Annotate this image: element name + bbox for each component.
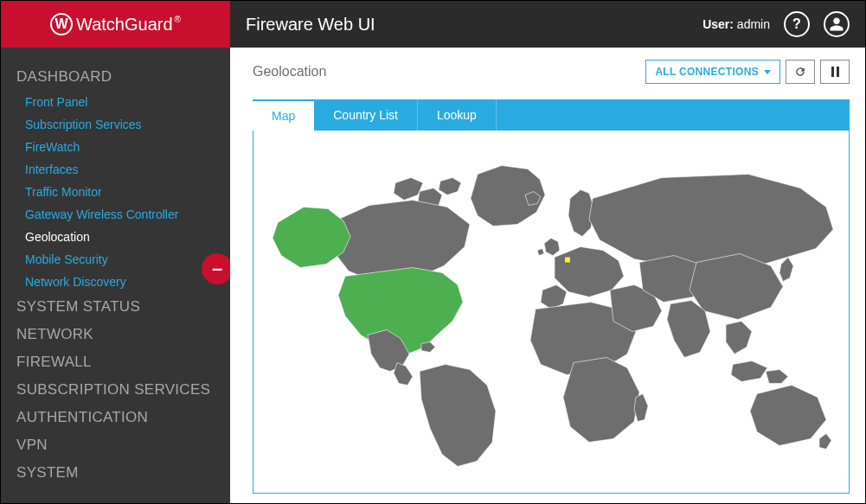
sidebar-item-front-panel[interactable]: Front Panel	[1, 91, 230, 113]
nav-section-system[interactable]: SYSTEM	[1, 459, 230, 487]
nav-section-authentication[interactable]: AUTHENTICATION	[1, 404, 230, 431]
main-content: Geolocation ALL CONNECTIONS Map Country …	[230, 48, 865, 503]
tabs: Map Country List Lookup	[253, 99, 850, 131]
tab-map[interactable]: Map	[253, 99, 314, 131]
sidebar-collapse-toggle[interactable]: –	[202, 253, 230, 284]
brand-logo: WWatchGuard®	[1, 1, 230, 48]
tab-lookup[interactable]: Lookup	[418, 99, 497, 131]
brand-w-icon: W	[50, 13, 73, 35]
nav-section-firewall[interactable]: FIREWALL	[1, 348, 230, 376]
brand-reg: ®	[175, 15, 181, 24]
sidebar-item-network-discovery[interactable]: Network Discovery	[1, 271, 230, 293]
topbar: Fireware Web UI User: admin ?	[230, 1, 865, 48]
nav-section-vpn[interactable]: VPN	[1, 431, 230, 459]
user-icon	[829, 16, 844, 32]
chevron-down-icon	[764, 70, 771, 74]
sidebar-item-geolocation[interactable]: Geolocation	[1, 226, 230, 248]
tab-country-list[interactable]: Country List	[314, 99, 418, 131]
nav-section-dashboard[interactable]: DASHBOARD	[1, 63, 230, 91]
sidebar-item-firewatch[interactable]: FireWatch	[1, 136, 230, 158]
pause-button[interactable]	[820, 60, 850, 84]
sidebar-item-traffic-monitor[interactable]: Traffic Monitor	[1, 181, 230, 203]
world-map[interactable]	[253, 131, 850, 494]
pause-icon	[831, 67, 839, 77]
user-menu-button[interactable]	[824, 11, 850, 37]
sidebar-item-gateway-wireless-controller[interactable]: Gateway Wireless Controller	[1, 203, 230, 226]
brand-text: WatchGuard	[76, 15, 173, 35]
sidebar: DASHBOARD Front Panel Subscription Servi…	[1, 48, 230, 503]
nav-section-subscription-services[interactable]: SUBSCRIPTION SERVICES	[1, 376, 230, 404]
sidebar-item-interfaces[interactable]: Interfaces	[1, 158, 230, 181]
svg-rect-0	[565, 258, 570, 263]
help-button[interactable]: ?	[784, 11, 810, 37]
help-icon: ?	[792, 16, 801, 32]
world-map-svg	[266, 143, 837, 481]
page-title: Geolocation	[253, 64, 326, 80]
connections-dropdown-label: ALL CONNECTIONS	[655, 66, 759, 78]
sidebar-item-mobile-security[interactable]: Mobile Security	[1, 248, 230, 271]
refresh-icon	[794, 66, 806, 78]
refresh-button[interactable]	[786, 60, 815, 84]
nav-section-system-status[interactable]: SYSTEM STATUS	[1, 293, 230, 321]
user-label: User: admin	[702, 17, 770, 31]
nav-section-network[interactable]: NETWORK	[1, 321, 230, 348]
app-title: Fireware Web UI	[246, 15, 375, 35]
sidebar-item-subscription-services[interactable]: Subscription Services	[1, 113, 230, 136]
connections-dropdown[interactable]: ALL CONNECTIONS	[645, 60, 780, 84]
